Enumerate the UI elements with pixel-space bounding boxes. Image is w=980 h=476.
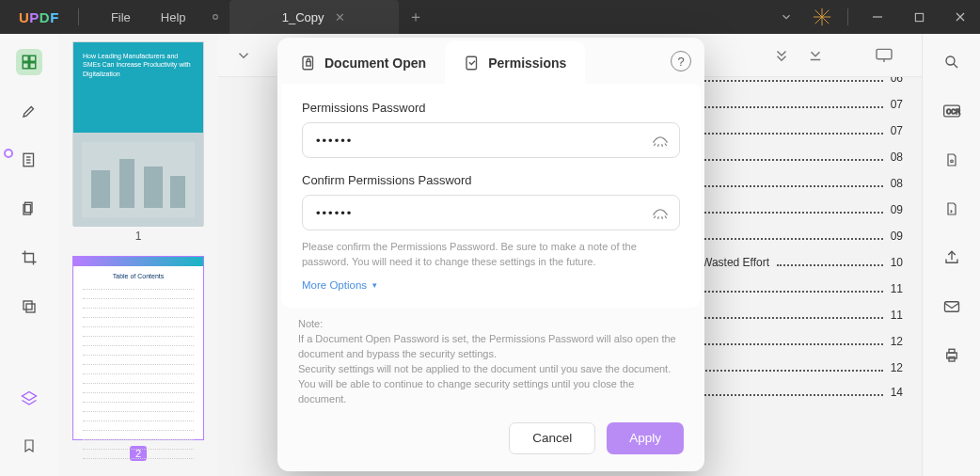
layers-icon[interactable] [16, 386, 42, 412]
file-icon[interactable] [939, 147, 965, 173]
ocr-icon[interactable]: OCR [939, 98, 965, 124]
svg-line-40 [662, 144, 663, 147]
cancel-button[interactable]: Cancel [509, 422, 595, 454]
confirm-hint-text: Please confirm the Permissions Password.… [302, 240, 680, 270]
mail-icon[interactable] [939, 294, 965, 320]
dots-leader [688, 106, 883, 108]
page-number: 12 [891, 335, 903, 348]
help-icon[interactable]: ? [671, 51, 691, 71]
svg-line-24 [953, 64, 956, 68]
bookmark-icon[interactable] [16, 433, 42, 459]
page-icon[interactable] [939, 196, 965, 222]
scroll-bottom-icon[interactable] [807, 47, 824, 64]
svg-rect-36 [307, 62, 311, 67]
tab-document-open[interactable]: Document Open [281, 41, 445, 84]
ai-sparkle-icon[interactable] [810, 5, 834, 29]
chevron-down-icon[interactable] [772, 10, 800, 24]
svg-line-38 [654, 144, 656, 147]
confirm-password-input[interactable]: •••••• [302, 195, 680, 230]
tab-home[interactable] [201, 10, 229, 24]
dots-leader [688, 317, 883, 319]
divider [78, 8, 79, 25]
page-number: 11 [891, 282, 903, 295]
svg-rect-16 [24, 301, 32, 309]
svg-line-41 [665, 144, 667, 147]
svg-rect-20 [119, 159, 134, 208]
toc-row: 08 [688, 177, 903, 190]
svg-point-0 [213, 15, 217, 20]
thumbnail-number-1: 1 [135, 230, 142, 243]
thumbnail-page-1[interactable]: How Leading Manufacturers and SMEs Can I… [72, 41, 204, 226]
svg-rect-22 [170, 176, 185, 208]
marker-icon[interactable] [16, 98, 42, 124]
page-number: 07 [891, 124, 903, 137]
permissions-dialog: Document Open Permissions ? Permissions … [277, 38, 704, 471]
svg-rect-33 [877, 49, 892, 58]
close-button[interactable] [944, 4, 976, 30]
thumbnails-panel: How Leading Manufacturers and SMEs Can I… [58, 34, 218, 476]
search-icon[interactable] [939, 49, 965, 75]
minimize-button[interactable] [861, 4, 893, 30]
dots-leader [696, 394, 882, 396]
note-line: If a Document Open Password is set, the … [298, 332, 684, 362]
dots-leader [703, 370, 882, 372]
password-value: •••••• [316, 134, 353, 148]
svg-rect-8 [30, 63, 36, 69]
tab-label: Document Open [324, 56, 426, 71]
title-bar: UPDF File Help 1_Copy ✕ ＋ [0, 0, 980, 34]
new-tab-button[interactable]: ＋ [399, 8, 433, 27]
outline-icon[interactable] [16, 147, 42, 173]
svg-line-44 [662, 216, 663, 219]
scroll-down-icon[interactable] [773, 47, 790, 64]
permissions-password-input[interactable]: •••••• [302, 122, 680, 158]
thumbnails-icon[interactable] [16, 49, 42, 75]
svg-rect-19 [91, 170, 110, 208]
svg-rect-31 [949, 357, 955, 362]
apply-button[interactable]: Apply [607, 422, 684, 454]
note-title: Note: [298, 317, 684, 332]
page-number: 08 [891, 151, 903, 164]
permissions-password-label: Permissions Password [302, 101, 680, 115]
dots-leader [688, 212, 883, 214]
print-icon[interactable] [939, 342, 965, 369]
page-number: 09 [891, 203, 903, 216]
dots-leader [688, 343, 883, 345]
svg-point-23 [946, 56, 955, 65]
thumbnail-page-2[interactable]: Table of Contents [72, 256, 204, 440]
svg-line-42 [654, 216, 656, 219]
svg-rect-28 [944, 302, 958, 312]
toc-row: 11 [688, 282, 903, 295]
menu-help[interactable]: Help [146, 10, 201, 24]
toc-row: 07 [688, 98, 903, 111]
page-number: 08 [891, 177, 903, 190]
svg-rect-6 [30, 56, 36, 61]
chevron-icon[interactable] [235, 47, 252, 64]
svg-rect-37 [466, 56, 477, 70]
page-number: 07 [891, 98, 903, 111]
close-icon[interactable]: ✕ [331, 8, 349, 26]
drag-handle-icon[interactable] [4, 149, 13, 158]
page-number: 11 [891, 309, 903, 322]
dots-leader [777, 264, 883, 266]
pages-icon[interactable] [16, 196, 42, 222]
eye-icon[interactable] [651, 204, 670, 223]
eye-icon[interactable] [651, 132, 670, 151]
menu-file[interactable]: File [96, 10, 146, 24]
password-value: •••••• [316, 206, 353, 220]
toc-row: 09 [688, 203, 903, 216]
dots-leader [688, 133, 883, 135]
svg-rect-2 [915, 13, 923, 21]
right-toolbar: OCR [922, 34, 980, 476]
more-options-link[interactable]: More Options ▾ [302, 279, 680, 291]
copy-icon[interactable] [16, 294, 42, 320]
maximize-button[interactable] [903, 4, 935, 30]
presentation-icon[interactable] [875, 47, 893, 64]
crop-icon[interactable] [16, 245, 42, 271]
tab-active[interactable]: 1_Copy ✕ [229, 0, 399, 34]
svg-rect-30 [949, 349, 955, 353]
note-line: Security settings will not be applied to… [298, 362, 684, 407]
page-number: 12 [891, 361, 903, 374]
tab-permissions[interactable]: Permissions [445, 41, 585, 84]
dots-leader [688, 80, 883, 82]
share-icon[interactable] [939, 245, 965, 271]
